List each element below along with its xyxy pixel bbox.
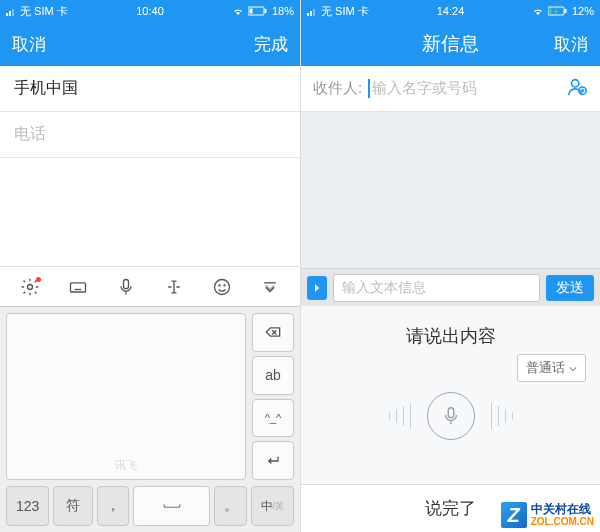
voice-done-button[interactable]: 说完了 [301,484,600,532]
svg-rect-0 [6,13,8,16]
header: 取消 完成 [0,22,300,66]
settings-icon[interactable] [14,271,46,303]
svg-rect-26 [564,9,566,13]
comma-key[interactable]: ， [97,486,129,526]
alpha-key[interactable]: ab [252,356,294,395]
cancel-button[interactable]: 取消 [554,33,588,56]
svg-rect-21 [307,13,309,16]
backspace-key[interactable] [252,313,294,352]
period-key[interactable]: 。 [214,486,246,526]
svg-point-17 [224,284,225,285]
cancel-button[interactable]: 取消 [12,33,46,56]
recipient-row: 收件人: 输入名字或号码 [301,66,600,112]
clock-text: 14:24 [437,5,465,17]
voice-prompt-text: 请说出内容 [406,324,496,348]
svg-rect-4 [249,9,252,14]
signal-icon [307,6,317,16]
wifi-icon [232,6,244,16]
battery-text: 18% [272,5,294,17]
header: 新信息 取消 [301,22,600,66]
phone-field[interactable]: 电话 [0,112,300,158]
cursor-edit-icon[interactable] [158,271,190,303]
battery-charging-icon [548,6,568,16]
svg-point-27 [572,80,579,87]
enter-key[interactable] [252,441,294,480]
svg-rect-31 [448,408,454,418]
keyboard-toolbar [0,266,300,306]
kaomoji-key[interactable]: ^_^ [252,399,294,438]
screen-contact-edit: 无 SIM 卡 10:40 18% 取消 完成 手机中国 电话 [0,0,300,532]
sim-status-text: 无 SIM 卡 [20,4,68,19]
recipient-label: 收件人: [313,79,362,98]
symbol-key[interactable]: 符 [53,486,93,526]
svg-rect-14 [124,279,129,288]
svg-point-6 [28,284,33,289]
contact-form: 手机中国 电话 [0,66,300,266]
sim-status-text: 无 SIM 卡 [321,4,369,19]
status-bar: 无 SIM 卡 14:24 12% [301,0,600,22]
handwriting-keyboard: 讯飞 ab ^_^ [0,306,300,486]
message-input[interactable]: 输入文本信息 [333,274,540,302]
screen-new-message: 无 SIM 卡 14:24 12% 新信息 取消 收件人: 输入名字或号码 输入… [300,0,600,532]
svg-rect-1 [9,11,11,16]
send-button[interactable]: 发送 [546,275,594,301]
page-title: 新信息 [422,31,479,57]
voice-input-panel: 请说出内容 普通话 说完了 [301,306,600,532]
message-body [301,112,600,268]
emoji-icon[interactable] [206,271,238,303]
wifi-icon [532,6,544,16]
clock-text: 10:40 [136,5,164,17]
battery-icon [248,6,268,16]
status-bar: 无 SIM 卡 10:40 18% [0,0,300,22]
add-contact-icon[interactable] [566,76,588,101]
svg-rect-23 [313,9,315,16]
keyboard-icon[interactable] [62,271,94,303]
recipient-input[interactable]: 输入名字或号码 [368,79,560,98]
ime-brand-text: 讯飞 [115,458,137,473]
voice-waveform [389,392,513,440]
language-select[interactable]: 普通话 [517,354,586,382]
number-key[interactable]: 123 [6,486,49,526]
name-field[interactable]: 手机中国 [0,66,300,112]
language-key[interactable]: 中/英 [251,486,294,526]
expand-icon[interactable] [307,276,327,300]
svg-point-16 [219,284,220,285]
svg-rect-7 [71,282,86,291]
svg-rect-5 [264,9,266,13]
signal-icon [6,6,16,16]
microphone-icon[interactable] [110,271,142,303]
battery-text: 12% [572,5,594,17]
handwriting-area[interactable]: 讯飞 [6,313,246,480]
svg-rect-2 [12,9,14,16]
collapse-icon[interactable] [254,271,286,303]
keyboard-bottom-row: 123 符 ， 。 中/英 [0,486,300,532]
microphone-icon[interactable] [427,392,475,440]
chevron-down-icon [569,361,577,376]
svg-rect-25 [549,9,551,14]
done-button[interactable]: 完成 [254,33,288,56]
svg-rect-22 [310,11,312,16]
message-input-bar: 输入文本信息 发送 [301,268,600,306]
svg-point-15 [215,279,230,294]
space-key[interactable] [133,486,210,526]
